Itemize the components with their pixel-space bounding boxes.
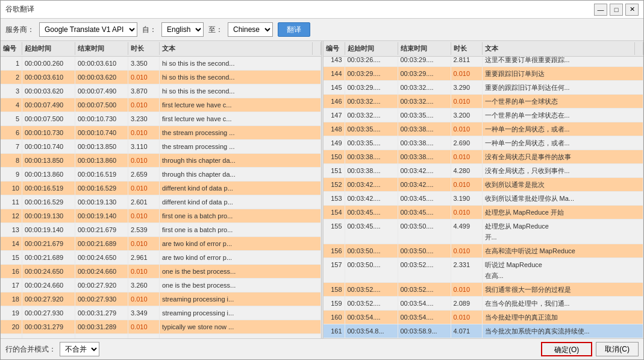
table-row[interactable]: 10 00:00:16.519 00:00:16.529 0.010 diffe… — [1, 182, 321, 195]
table-row[interactable]: 149 00:03:35.... 00:03:38.... 2.690 一种单一… — [324, 136, 644, 150]
close-button[interactable]: ✕ — [625, 4, 639, 16]
table-row[interactable]: 16 00:00:24.650 00:00:24.660 0.010 one i… — [1, 265, 321, 279]
cell-id: 11 — [1, 195, 22, 209]
merge-label: 行的合并模式： — [5, 344, 56, 355]
cell-start: 00:00:27.930 — [22, 306, 75, 320]
cell-text: hi so this is the second... — [160, 57, 321, 70]
table-row[interactable]: 4 00:00:07.490 00:00:07.500 0.010 first … — [1, 98, 321, 112]
table-row[interactable]: 20 00:00:31.279 00:00:31.289 0.010 typic… — [1, 320, 321, 334]
table-row[interactable]: 17 00:00:24.660 00:00:27.920 3.260 one i… — [1, 279, 321, 292]
table-row[interactable]: 150 00:03:38.... 00:03:38.... 0.010 没有全局… — [324, 150, 644, 164]
table-row[interactable]: 6 00:00:10.730 00:00:10.740 0.010 the st… — [1, 126, 321, 140]
cell-dur: 0.010 — [128, 320, 160, 333]
cell-start: 00:00:13.860 — [22, 168, 75, 181]
table-row[interactable]: 15 00:00:21.689 00:00:24.650 2.961 are t… — [1, 251, 321, 265]
table-row[interactable]: 14 00:00:21.679 00:00:21.689 0.010 are t… — [1, 237, 321, 251]
cell-end: 00:03:58.9... — [398, 324, 451, 338]
cell-text: 这里不重要订单很重要跟踪... — [483, 57, 644, 66]
cell-end: 00:03:35.... — [398, 109, 451, 122]
cell-start: 00:03:35.... — [345, 122, 398, 136]
cell-id: 153 — [324, 192, 345, 205]
cell-dur: 0.010 — [128, 237, 160, 250]
table-row[interactable]: 143 00:03:26.... 00:03:29.... 2.811 这里不重… — [324, 57, 644, 67]
table-row[interactable]: 3 00:00:03.620 00:00:07.490 3.870 hi so … — [1, 84, 321, 98]
table-row[interactable]: 159 00:03:52.... 00:03:54.... 2.089 在当今的… — [324, 297, 644, 311]
table-row[interactable]: 151 00:03:38.... 00:03:42.... 4.280 没有全局… — [324, 164, 644, 178]
cell-start: 00:03:38.... — [345, 164, 398, 177]
cell-text: through this chapter da... — [160, 154, 321, 167]
cell-end: 00:00:24.660 — [75, 265, 128, 278]
table-row[interactable]: 5 00:00:07.500 00:00:10.730 3.230 first … — [1, 112, 321, 126]
cell-text: 重要的跟踪旧订单到达任何... — [483, 81, 644, 94]
cell-end: 00:00:13.850 — [75, 140, 128, 153]
from-label: 自： — [142, 25, 157, 35]
window-title: 谷歌翻译 — [5, 4, 594, 14]
table-row[interactable]: 152 00:03:42.... 00:03:42.... 0.010 收到所以… — [324, 178, 644, 192]
table-row[interactable]: 19 00:00:27.930 00:00:31.279 3.349 strea… — [1, 306, 321, 320]
cell-end: 00:03:50.... — [398, 244, 451, 257]
cell-start: 00:00:31.279 — [22, 320, 75, 333]
table-row[interactable]: 144 00:03:29.... 00:03:29.... 0.010 重要跟踪… — [324, 67, 644, 81]
cell-end: 00:03:29.... — [398, 57, 451, 66]
cell-dur: 3.349 — [128, 306, 160, 320]
table-row[interactable]: 7 00:00:10.740 00:00:13.850 3.110 the st… — [1, 140, 321, 154]
ok-button[interactable]: 确定(O) — [541, 342, 592, 356]
cell-start: 00:00:10.740 — [22, 140, 75, 153]
table-row[interactable]: 157 00:03:50.... 00:03:52.... 2.331 听说过 … — [324, 258, 644, 283]
cell-end: 00:03:38.... — [398, 150, 451, 163]
cell-start: 00:03:54.8... — [345, 324, 398, 338]
service-select[interactable]: Google Translate V1 API — [39, 22, 137, 37]
to-language-select[interactable]: Chinese — [228, 22, 273, 37]
cell-dur: 0.010 — [451, 244, 483, 257]
table-row[interactable]: 148 00:03:35.... 00:03:38.... 0.010 一种单一… — [324, 122, 644, 136]
cell-end: 00:00:10.730 — [75, 112, 128, 125]
cell-start: 00:03:50.... — [345, 244, 398, 257]
cancel-button[interactable]: 取消(C) — [596, 342, 639, 356]
table-row[interactable]: 153 00:03:42.... 00:03:45.... 3.190 收到所以… — [324, 192, 644, 206]
table-row[interactable]: 160 00:03:54.... 00:03:54.... 0.010 当今批处… — [324, 311, 644, 324]
table-row[interactable]: 2 00:00:03.610 00:00:03.620 0.010 hi so … — [1, 71, 321, 84]
table-row[interactable]: 147 00:03:32.... 00:03:35.... 3.200 一个世界… — [324, 109, 644, 122]
table-row[interactable]: 156 00:03:50.... 00:03:50.... 0.010 在高和流… — [324, 244, 644, 258]
table-row[interactable]: 161 00:03:54.8... 00:03:58.9... 4.071 当今… — [324, 324, 644, 338]
minimize-button[interactable]: — — [594, 4, 607, 16]
cell-text: first lecture we have c... — [160, 98, 321, 112]
table-row[interactable]: 18 00:00:27.920 00:00:27.930 0.010 strea… — [1, 292, 321, 306]
cell-start: 00:03:42.... — [345, 178, 398, 191]
cell-text: 收到所以通常是批次 — [483, 178, 644, 191]
from-language-select[interactable]: English — [161, 22, 204, 37]
table-row[interactable]: 13 00:00:19.140 00:00:21.679 2.539 first… — [1, 223, 321, 237]
merge-select[interactable]: 不合并 — [60, 342, 99, 356]
cell-dur: 0.010 — [451, 206, 483, 219]
cell-end: 00:03:52.... — [398, 258, 451, 282]
table-row[interactable]: 1 00:00:00.260 00:00:03.610 3.350 hi so … — [1, 57, 321, 71]
table-row[interactable]: 11 00:00:16.529 00:00:19.130 2.601 diffe… — [1, 195, 321, 209]
table-row[interactable]: 21 00:00:31.289 00:00:34.479 3.190 typic… — [1, 334, 321, 338]
table-row[interactable]: 8 00:00:13.850 00:00:13.860 0.010 throug… — [1, 154, 321, 168]
left-table-body[interactable]: 1 00:00:00.260 00:00:03.610 3.350 hi so … — [1, 57, 321, 338]
cell-dur: 3.230 — [128, 112, 160, 125]
cell-id: 145 — [324, 81, 345, 94]
table-row[interactable]: 145 00:03:29.... 00:03:32.... 3.290 重要的跟… — [324, 81, 644, 95]
service-label: 服务商： — [5, 25, 34, 35]
main-window: 谷歌翻译 — □ ✕ 服务商： Google Translate V1 API … — [0, 0, 644, 360]
cell-start: 00:00:07.490 — [22, 98, 75, 112]
table-row[interactable]: 154 00:03:45.... 00:03:45.... 0.010 处理您从… — [324, 206, 644, 219]
title-bar-controls: — □ ✕ — [594, 4, 639, 16]
right-table-body[interactable]: 141 00:03:24.... 00:03:26.... 1.789 是我们得… — [324, 57, 644, 338]
table-row[interactable]: 146 00:03:32.... 00:03:32.... 0.010 一个世界… — [324, 95, 644, 109]
table-row[interactable]: 158 00:03:52.... 00:03:52.... 0.010 我们通常… — [324, 283, 644, 297]
cell-dur: 3.200 — [451, 109, 483, 122]
cell-text: typically we store now ... — [160, 320, 321, 333]
table-row[interactable]: 12 00:00:19.130 00:00:19.140 0.010 first… — [1, 209, 321, 223]
cell-text: 在当今的批处理中，我们通... — [483, 297, 644, 310]
maximize-button[interactable]: □ — [610, 4, 623, 16]
cell-text: through this chapter da... — [160, 168, 321, 181]
cell-end: 00:00:19.140 — [75, 209, 128, 223]
cell-start: 00:03:45.... — [345, 206, 398, 219]
table-row[interactable]: 9 00:00:13.860 00:00:16.519 2.659 throug… — [1, 168, 321, 182]
table-row[interactable]: 155 00:03:45.... 00:03:50.... 4.499 处理您从… — [324, 219, 644, 244]
footer-buttons: 确定(O) 取消(C) — [541, 342, 639, 356]
cell-end: 00:03:32.... — [398, 81, 451, 94]
translate-button[interactable]: 翻译 — [278, 22, 310, 37]
